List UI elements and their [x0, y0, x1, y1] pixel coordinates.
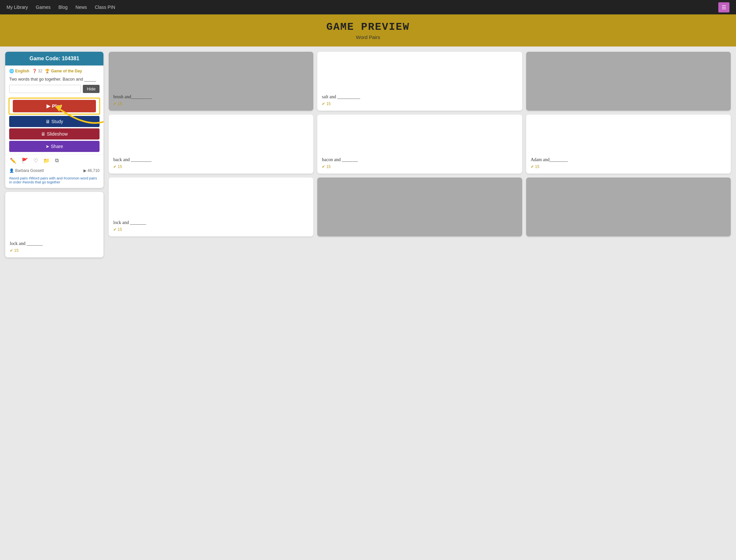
nav-games[interactable]: Games — [36, 5, 50, 10]
tags: #word pairs #Word pairs with and #common… — [5, 175, 104, 188]
icon-row: ✏️ 🚩 ♡ 📁 ⧉ — [5, 155, 104, 166]
play-button[interactable]: ▶ Play — [13, 100, 96, 112]
tile-text-6: lock and _______ — [113, 220, 309, 225]
tile-check-4: ✔ 15 — [322, 164, 517, 169]
author-row: 👤 Barbara Gossett ▶ 46,710 — [5, 166, 104, 175]
nav-my-library[interactable]: My Library — [7, 5, 28, 10]
study-button[interactable]: 🖥 Study — [9, 116, 100, 127]
meta-english: 🌐 English — [9, 69, 29, 73]
game-grid: brush and_________ ✔ 15 salt and _______… — [109, 52, 731, 257]
author-name: 👤 Barbara Gossett — [9, 168, 44, 173]
play-count: ▶ 46,710 — [84, 168, 100, 173]
tile-text-3: back and _________ — [113, 157, 309, 162]
tile-content-1: salt and __________ ✔ 15 — [322, 94, 517, 106]
nav-class-pin[interactable]: Class PIN — [95, 5, 115, 10]
tile-check-0: ✔ 15 — [113, 102, 309, 106]
game-card: Game Code: 104381 🌐 English ❓ 32 🏆 Game … — [5, 52, 104, 188]
game-meta: 🌐 English ❓ 32 🏆 Game of the Day — [5, 65, 104, 77]
flag-icon[interactable]: 🚩 — [22, 158, 28, 164]
nav-news[interactable]: News — [76, 5, 87, 10]
edit-icon[interactable]: ✏️ — [10, 158, 16, 164]
sidebar-bottom-card: lock and _______ ✔ 15 — [5, 192, 104, 257]
tile-text-4: bacon and _______ — [322, 157, 517, 162]
tile-text-5: Adam and________ — [531, 157, 726, 162]
page-header: Game Preview Word Pairs — [0, 14, 736, 47]
game-tile: bacon and _______ ✔ 15 — [317, 115, 522, 174]
game-tile: brush and_________ ✔ 15 — [109, 52, 313, 111]
sidebar-bottom-tile-text: lock and _______ — [10, 241, 99, 246]
game-input-field[interactable] — [9, 85, 81, 93]
tile-text-0: brush and_________ — [113, 94, 309, 100]
main-content: Game Code: 104381 🌐 English ❓ 32 🏆 Game … — [0, 47, 736, 263]
tile-check-1: ✔ 15 — [322, 102, 517, 106]
copy-icon[interactable]: ⧉ — [55, 158, 59, 164]
game-tile — [526, 177, 731, 236]
nav-links: My Library Games Blog News Class PIN — [7, 5, 115, 10]
tile-check-5: ✔ 15 — [531, 164, 726, 169]
folder-icon[interactable]: 📁 — [43, 158, 50, 164]
game-tile: salt and __________ ✔ 15 — [317, 52, 522, 111]
tile-content-0: brush and_________ ✔ 15 — [113, 94, 309, 106]
sidebar: Game Code: 104381 🌐 English ❓ 32 🏆 Game … — [5, 52, 104, 257]
navbar-right: ☰ — [718, 2, 729, 12]
tile-check-6: ✔ 15 — [113, 227, 309, 232]
tile-content-5: Adam and________ ✔ 15 — [531, 157, 726, 169]
tile-content-6: lock and _______ ✔ 15 — [113, 220, 309, 232]
play-button-wrapper: ▶ Play — [9, 98, 100, 115]
sidebar-bottom-tile-content: lock and _______ ✔ 15 — [10, 241, 99, 253]
page-subtitle: Word Pairs — [7, 34, 729, 40]
tile-content-3: back and _________ ✔ 15 — [113, 157, 309, 169]
heart-icon[interactable]: ♡ — [33, 158, 38, 164]
nav-blog[interactable]: Blog — [58, 5, 67, 10]
tile-content-4: bacon and _______ ✔ 15 — [322, 157, 517, 169]
hamburger-menu-button[interactable]: ☰ — [718, 2, 729, 12]
game-card-header: Game Code: 104381 — [5, 52, 104, 65]
sidebar-bottom-tile-check: ✔ 15 — [10, 248, 99, 253]
hide-button[interactable]: Hide — [83, 85, 100, 93]
game-tile: Adam and________ ✔ 15 — [526, 115, 731, 174]
page-title: Game Preview — [7, 21, 729, 33]
game-tile — [526, 52, 731, 111]
game-tile: back and _________ ✔ 15 — [109, 115, 313, 174]
game-tile: lock and _______ ✔ 15 — [109, 177, 313, 236]
slideshow-button[interactable]: 🖥 Slideshow — [9, 128, 100, 140]
game-tile — [317, 177, 522, 236]
meta-count: ❓ 32 — [32, 69, 43, 73]
share-button[interactable]: ➤ Share — [9, 141, 100, 152]
game-code: Game Code: 104381 — [29, 56, 79, 61]
tile-text-1: salt and __________ — [322, 94, 517, 100]
meta-gotd: 🏆 Game of the Day — [45, 69, 82, 73]
game-description: Two words that go together. Bacon and __… — [5, 77, 104, 85]
tile-check-3: ✔ 15 — [113, 164, 309, 169]
game-input-row: Hide — [5, 85, 104, 96]
navbar: My Library Games Blog News Class PIN ☰ — [0, 0, 736, 14]
